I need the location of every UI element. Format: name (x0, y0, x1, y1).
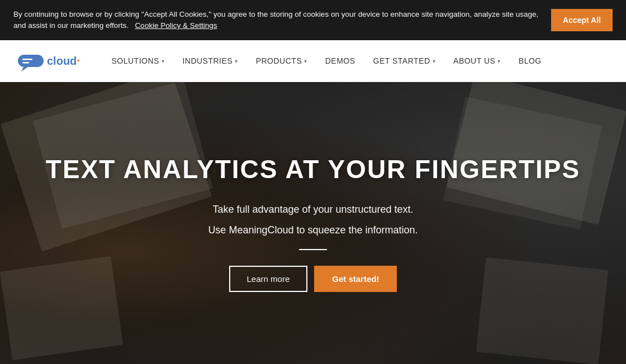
site-header: cloud · SOLUTIONS ▾ INDUSTRIES ▾ PRODUCT… (0, 40, 626, 82)
cookie-banner: By continuing to browse or by clicking "… (0, 0, 626, 40)
nav-blog[interactable]: BLOG (510, 40, 551, 82)
chevron-down-icon: ▾ (304, 58, 307, 64)
cookie-message: By continuing to browse or by clicking "… (13, 10, 538, 30)
logo[interactable]: cloud · (17, 50, 80, 71)
chevron-down-icon: ▾ (433, 58, 436, 64)
logo-brand: cloud (47, 55, 77, 68)
nav-about-us[interactable]: ABOUT US ▾ (444, 40, 510, 82)
hero-title: TEXT ANALYTICS AT YOUR FINGERTIPS (46, 154, 580, 184)
chevron-down-icon: ▾ (497, 58, 501, 64)
get-started-button[interactable]: Get started! (314, 266, 397, 292)
svg-rect-2 (22, 59, 32, 60)
main-nav: SOLUTIONS ▾ INDUSTRIES ▾ PRODUCTS ▾ DEMO… (102, 40, 609, 82)
cookie-text: By continuing to browse or by clicking "… (13, 9, 551, 32)
cookie-policy-link[interactable]: Cookie Policy & Settings (135, 21, 217, 30)
nav-get-started[interactable]: GET STARTED ▾ (364, 40, 444, 82)
chevron-down-icon: ▾ (235, 58, 238, 64)
hero-section: TEXT ANALYTICS AT YOUR FINGERTIPS Take f… (0, 82, 626, 364)
hero-buttons: Learn more Get started! (46, 266, 580, 292)
svg-marker-1 (21, 67, 28, 71)
svg-rect-0 (18, 55, 44, 67)
nav-products[interactable]: PRODUCTS ▾ (247, 40, 316, 82)
hero-divider (299, 249, 327, 250)
svg-rect-3 (22, 62, 29, 64)
hero-content: TEXT ANALYTICS AT YOUR FINGERTIPS Take f… (23, 154, 603, 291)
logo-icon (17, 50, 45, 71)
nav-solutions[interactable]: SOLUTIONS ▾ (102, 40, 173, 82)
logo-dot: · (77, 54, 80, 68)
hero-subtitle-line1: Take full advantage of your unstructured… (46, 201, 580, 218)
chevron-down-icon: ▾ (162, 58, 165, 64)
nav-industries[interactable]: INDUSTRIES ▾ (173, 40, 246, 82)
hero-subtitle-line2: Use MeaningCloud to squeeze the informat… (46, 222, 580, 239)
learn-more-button[interactable]: Learn more (229, 266, 308, 292)
nav-demos[interactable]: DEMOS (316, 40, 364, 82)
accept-all-button[interactable]: Accept All (551, 9, 613, 31)
